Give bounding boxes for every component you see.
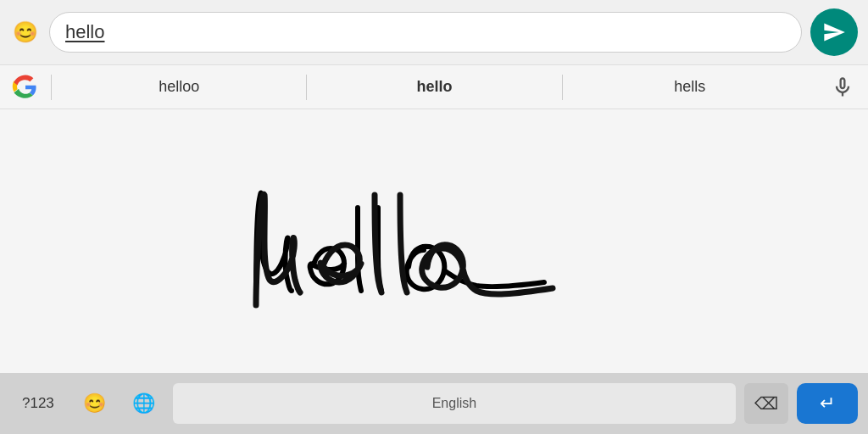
handwriting-display (197, 148, 671, 335)
emoji-button[interactable]: 😊 (10, 17, 41, 47)
google-logo (0, 74, 51, 101)
handwriting-canvas[interactable] (0, 109, 868, 373)
suggestion-hello[interactable]: hello (307, 71, 561, 103)
microphone-button[interactable] (817, 75, 868, 99)
emoji-icon: 😊 (13, 20, 38, 44)
emoji-keyboard-button[interactable]: 😊 (75, 383, 115, 424)
globe-button[interactable]: 🌐 (124, 383, 164, 424)
mic-icon (831, 75, 854, 99)
delete-button[interactable]: ⌫ (744, 383, 788, 424)
send-icon (822, 20, 846, 44)
suggestion-hells[interactable]: hells (563, 71, 817, 103)
spacebar-button[interactable]: English (173, 383, 736, 424)
google-icon (12, 74, 39, 101)
enter-button[interactable]: ↵ (797, 383, 858, 424)
suggestion-helloo[interactable]: helloo (52, 71, 306, 103)
send-button[interactable] (810, 8, 858, 56)
suggestions-bar: helloo hello hells (0, 65, 868, 109)
input-bar: 😊 (0, 0, 868, 65)
keyboard-bar: ?123 😊 🌐 English ⌫ ↵ (0, 373, 868, 434)
message-input[interactable] (49, 12, 802, 53)
numbers-button[interactable]: ?123 (10, 383, 66, 424)
